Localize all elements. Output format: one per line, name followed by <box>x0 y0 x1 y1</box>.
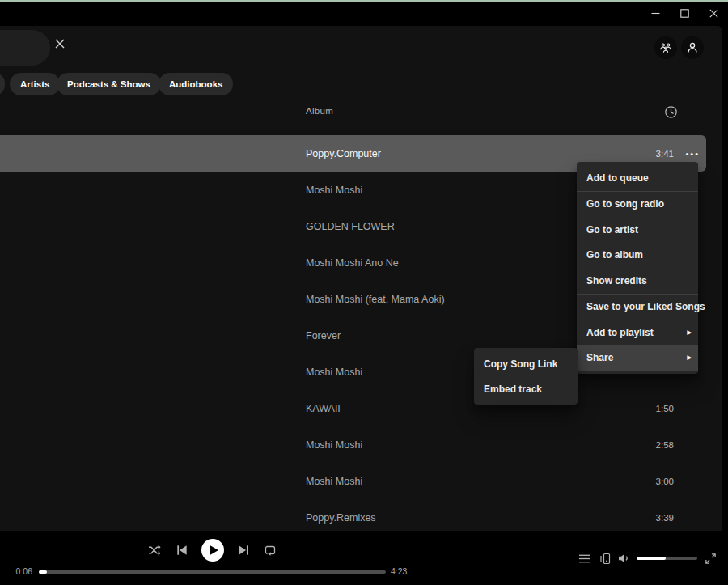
repeat-button[interactable] <box>264 544 277 557</box>
duration-cell: 3:41 <box>656 149 674 159</box>
total-time: 4:23 <box>391 566 407 576</box>
spotify-window: Artists Podcasts & Shows Audiobooks Albu… <box>0 0 728 585</box>
queue-button[interactable] <box>578 552 590 565</box>
menu-item-label: Embed track <box>484 384 542 395</box>
next-icon <box>238 545 249 556</box>
menu-item-label: Go to song radio <box>586 198 664 210</box>
connect-device-button[interactable] <box>599 552 612 566</box>
user-icon <box>686 41 699 54</box>
table-row[interactable]: Poppy.Remixes 3:39 <box>0 499 706 531</box>
progress-fill <box>39 570 47 574</box>
submenu-arrow-icon: ▶ <box>683 329 692 336</box>
minimize-button[interactable] <box>641 2 669 24</box>
play-button[interactable] <box>201 539 224 562</box>
submenu-item-embed-track[interactable]: Embed track <box>474 376 578 401</box>
filter-chip-artists[interactable]: Artists <box>10 73 60 95</box>
elapsed-time: 0:06 <box>6 566 32 576</box>
close-icon <box>709 9 718 18</box>
menu-item-add-to-playlist[interactable]: Add to playlist▶ <box>577 320 698 345</box>
menu-item-label: Share <box>586 352 613 363</box>
volume-fill <box>637 557 666 560</box>
album-cell[interactable]: GOLDEN FLOWER <box>306 221 395 232</box>
menu-item-label: Show credits <box>586 275 647 286</box>
friend-activity-icon <box>659 41 672 54</box>
album-cell[interactable]: Forever <box>306 330 341 341</box>
submenu-arrow-icon: ▶ <box>683 354 692 361</box>
fullscreen-button[interactable] <box>705 553 717 565</box>
album-column-header: Album <box>306 106 333 116</box>
progress-bar[interactable] <box>39 570 386 574</box>
track-context-menu: Add to queue Go to song radio Go to arti… <box>577 162 698 374</box>
album-cell[interactable]: KAWAII <box>306 403 341 414</box>
menu-item-go-to-album[interactable]: Go to album <box>577 243 698 269</box>
menu-item-go-to-artist[interactable]: Go to artist <box>577 217 698 243</box>
menu-item-go-to-song-radio[interactable]: Go to song radio <box>577 192 698 218</box>
duration-cell: 1:50 <box>656 404 674 413</box>
maximize-icon <box>680 9 689 18</box>
queue-icon <box>578 553 590 565</box>
table-row[interactable]: Moshi Moshi 2:58 <box>0 426 706 463</box>
album-cell[interactable]: Moshi Moshi <box>306 184 362 196</box>
duration-cell: 2:58 <box>656 440 674 450</box>
next-track-button[interactable] <box>238 545 249 556</box>
album-cell[interactable]: Poppy.Remixes <box>306 512 376 524</box>
album-cell[interactable]: Moshi Moshi <box>306 367 362 378</box>
menu-item-show-credits[interactable]: Show credits <box>577 268 698 294</box>
duration-cell: 3:39 <box>656 513 674 523</box>
maximize-button[interactable] <box>671 2 698 24</box>
menu-item-save-to-liked-songs[interactable]: Save to your Liked Songs <box>577 295 698 320</box>
previous-track-button[interactable] <box>176 545 188 556</box>
menu-item-add-to-queue[interactable]: Add to queue <box>577 165 698 191</box>
shuffle-icon <box>148 544 161 557</box>
table-row[interactable]: KAWAII 1:50 <box>0 390 706 426</box>
close-button[interactable] <box>700 2 727 24</box>
share-submenu: Copy Song Link Embed track <box>474 348 578 405</box>
header-divider <box>0 125 712 125</box>
album-cell[interactable]: Poppy.Computer <box>306 148 381 159</box>
profile-button[interactable] <box>681 36 704 59</box>
filter-chip-partial[interactable] <box>0 73 5 95</box>
filter-chip-audiobooks[interactable]: Audiobooks <box>159 73 233 95</box>
album-cell[interactable]: Moshi Moshi Ano Ne <box>306 257 399 269</box>
album-cell[interactable]: Moshi Moshi <box>306 476 362 487</box>
minimize-icon <box>651 9 660 18</box>
duration-column-clock-icon <box>664 105 678 122</box>
table-row[interactable]: Moshi Moshi 3:00 <box>0 463 706 499</box>
filter-chip-podcasts-shows[interactable]: Podcasts & Shows <box>57 73 161 95</box>
more-options-button[interactable]: ••• <box>685 148 700 158</box>
duration-cell: 3:00 <box>656 477 674 486</box>
search-input[interactable] <box>0 30 50 66</box>
volume-button[interactable] <box>617 552 630 565</box>
close-icon <box>53 37 66 50</box>
shuffle-button[interactable] <box>148 544 161 557</box>
menu-item-share[interactable]: Share▶ <box>577 345 698 371</box>
search-clear-button[interactable] <box>50 34 70 53</box>
menu-item-label: Add to playlist <box>586 327 654 338</box>
volume-icon <box>617 552 630 565</box>
connect-device-icon <box>599 552 612 566</box>
menu-item-label: Go to album <box>586 249 643 261</box>
menu-item-label: Add to queue <box>586 172 649 184</box>
album-cell[interactable]: Moshi Moshi <box>306 439 362 451</box>
menu-item-label: Go to artist <box>586 224 638 235</box>
album-cell[interactable]: Moshi Moshi (feat. Mama Aoki) <box>306 294 445 305</box>
volume-slider[interactable] <box>637 557 697 560</box>
repeat-icon <box>264 544 277 557</box>
title-bar <box>0 2 728 26</box>
player-bar: 0:06 4:23 <box>0 531 728 585</box>
previous-icon <box>176 545 188 556</box>
fullscreen-icon <box>705 553 717 565</box>
submenu-item-copy-song-link[interactable]: Copy Song Link <box>474 351 578 376</box>
menu-item-label: Copy Song Link <box>484 358 557 370</box>
play-icon <box>201 539 224 562</box>
friend-activity-button[interactable] <box>654 36 677 59</box>
menu-item-label: Save to your Liked Songs <box>586 301 705 312</box>
